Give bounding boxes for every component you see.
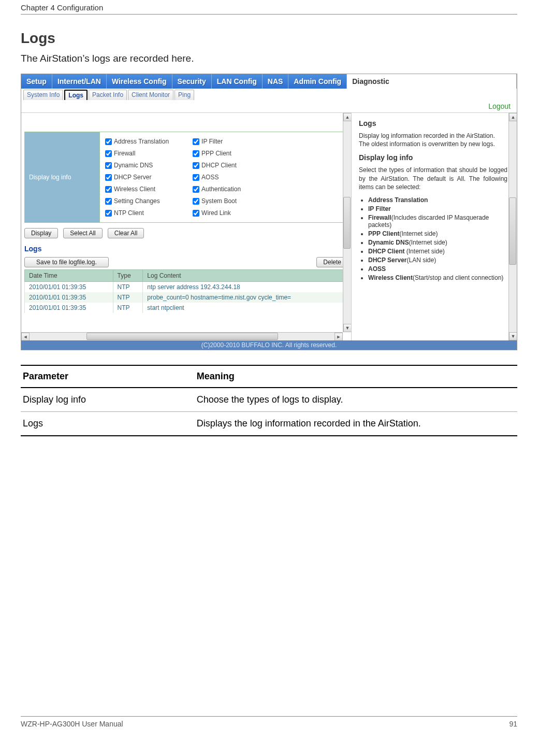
help-scrollbar-vertical[interactable]: ▲ ▼	[508, 113, 517, 340]
subtab-client-monitor[interactable]: Client Monitor	[128, 90, 173, 100]
cell-content: ntp server address 192.43.244.18	[143, 282, 348, 293]
chk-label: DHCP Server	[114, 172, 151, 182]
tab-security[interactable]: Security	[172, 74, 212, 89]
section-description: The AirStation’s logs are recorded here.	[21, 53, 517, 64]
chk-dhcp-client[interactable]: DHCP Client	[193, 160, 241, 170]
logs-action-bar: Save to file logfile.log. Delete	[24, 257, 348, 267]
param-row: Display log info Choose the types of log…	[21, 388, 517, 412]
chk-label: PPP Client	[201, 148, 231, 159]
footer-manual-name: WZR-HP-AG300H User Manual	[21, 720, 123, 728]
table-row: 2010/01/01 01:39:35 NTP probe_count=0 ho…	[25, 292, 348, 303]
cell-datetime: 2010/01/01 01:39:35	[25, 292, 113, 303]
clear-all-button[interactable]: Clear All	[108, 228, 144, 238]
subtab-logs[interactable]: Logs	[64, 90, 88, 100]
chk-label: Wireless Client	[114, 184, 155, 194]
cell-datetime: 2010/01/01 01:39:35	[25, 282, 113, 293]
display-log-info-label: Display log info	[25, 132, 100, 222]
sub-tab-bar: System Info Logs Packet Info Client Moni…	[21, 89, 517, 100]
tab-setup[interactable]: Setup	[21, 74, 52, 89]
scroll-thumb-h[interactable]	[86, 333, 278, 340]
tab-diagnostic[interactable]: Diagnostic	[347, 74, 517, 89]
checkbox-icon[interactable]	[193, 162, 199, 169]
save-logfile-button[interactable]: Save to file logfile.log.	[24, 257, 109, 267]
param-header-parameter: Parameter	[21, 365, 195, 388]
checkbox-icon[interactable]	[105, 150, 112, 157]
checkbox-icon[interactable]	[193, 186, 199, 193]
list-item: DHCP Server(LAN side)	[368, 256, 507, 264]
chk-label: Setting Changes	[114, 196, 160, 206]
scroll-up-icon[interactable]: ▲	[343, 113, 351, 121]
checkbox-icon[interactable]	[193, 198, 199, 205]
help-item-list: Address Translation IP Filter Firewall(I…	[368, 196, 507, 281]
help-title: Logs	[359, 119, 507, 127]
subtab-packet-info[interactable]: Packet Info	[89, 90, 127, 100]
help-subtitle: Display log info	[359, 153, 507, 162]
scroll-down-icon[interactable]: ▼	[509, 332, 517, 340]
checkbox-columns: Address Translation Firewall Dynamic DNS…	[100, 132, 246, 222]
chk-ip-filter[interactable]: IP Filter	[193, 136, 241, 147]
select-all-button[interactable]: Select All	[63, 228, 102, 238]
display-button[interactable]: Display	[24, 228, 58, 238]
scroll-down-icon[interactable]: ▼	[343, 324, 351, 332]
param-header-row: Parameter Meaning	[21, 365, 517, 388]
table-row: 2010/01/01 01:39:35 NTP start ntpclient	[25, 303, 348, 313]
tab-lan-config[interactable]: LAN Config	[212, 74, 263, 89]
checkbox-icon[interactable]	[105, 138, 112, 145]
chk-ntp-client[interactable]: NTP Client	[105, 208, 169, 218]
list-item: AOSS	[368, 265, 507, 273]
cell-type: NTP	[113, 292, 143, 303]
param-header-meaning: Meaning	[195, 365, 517, 388]
checkbox-icon[interactable]	[105, 186, 112, 193]
checkbox-icon[interactable]	[105, 162, 112, 169]
footer-page-number: 91	[509, 720, 517, 728]
chk-wireless-client[interactable]: Wireless Client	[105, 184, 169, 194]
checkbox-icon[interactable]	[105, 210, 112, 217]
left-panel: Display log info Address Translation Fir…	[21, 113, 351, 340]
button-row: Display Select All Clear All	[24, 228, 348, 238]
checkbox-icon[interactable]	[193, 138, 199, 145]
chk-label: NTP Client	[114, 208, 144, 218]
checkbox-icon[interactable]	[105, 174, 112, 181]
th-content: Log Content	[143, 270, 348, 282]
subtab-ping[interactable]: Ping	[175, 90, 194, 100]
checkbox-icon[interactable]	[193, 150, 199, 157]
checkbox-col-2: IP Filter PPP Client DHCP Client AOSS Au…	[187, 132, 246, 222]
tab-wireless-config[interactable]: Wireless Config	[107, 74, 172, 89]
cell-content: start ntpclient	[143, 303, 348, 313]
left-scrollbar-horizontal[interactable]: ◄ ►	[21, 332, 343, 340]
chk-authentication[interactable]: Authentication	[193, 184, 241, 194]
tab-admin-config[interactable]: Admin Config	[288, 74, 347, 89]
list-item: Firewall(Includes discarded IP Masquerad…	[368, 214, 507, 229]
left-scrollbar-vertical[interactable]: ▲ ▼	[343, 113, 351, 332]
subtab-system-info[interactable]: System Info	[23, 90, 63, 100]
chk-setting-changes[interactable]: Setting Changes	[105, 196, 169, 206]
chk-label: Address Translation	[114, 136, 169, 147]
scroll-thumb[interactable]	[509, 197, 516, 265]
param-name: Display log info	[21, 388, 195, 412]
cell-type: NTP	[113, 303, 143, 313]
scroll-right-icon[interactable]: ►	[335, 333, 343, 340]
th-datetime: Date Time	[25, 270, 113, 282]
chk-firewall[interactable]: Firewall	[105, 148, 169, 159]
logout-link[interactable]: Logout	[21, 100, 517, 112]
chk-dynamic-dns[interactable]: Dynamic DNS	[105, 160, 169, 170]
scroll-up-icon[interactable]: ▲	[509, 113, 517, 121]
chk-label: Dynamic DNS	[114, 160, 153, 170]
checkbox-icon[interactable]	[105, 198, 112, 205]
logs-table: Date Time Type Log Content 2010/01/01 01…	[24, 269, 348, 313]
chk-wired-link[interactable]: Wired Link	[193, 208, 241, 218]
checkbox-icon[interactable]	[193, 210, 199, 217]
screen-body: Display log info Address Translation Fir…	[21, 112, 517, 340]
scroll-left-icon[interactable]: ◄	[21, 333, 30, 340]
cell-type: NTP	[113, 282, 143, 293]
chk-ppp-client[interactable]: PPP Client	[193, 148, 241, 159]
chk-address-translation[interactable]: Address Translation	[105, 136, 169, 147]
chk-dhcp-server[interactable]: DHCP Server	[105, 172, 169, 182]
chk-aoss[interactable]: AOSS	[193, 172, 241, 182]
tab-internet-lan[interactable]: Internet/LAN	[52, 74, 107, 89]
chk-system-boot[interactable]: System Boot	[193, 196, 241, 206]
scroll-thumb[interactable]	[343, 197, 351, 249]
tab-nas[interactable]: NAS	[263, 74, 289, 89]
checkbox-icon[interactable]	[193, 174, 199, 181]
page-footer: WZR-HP-AG300H User Manual 91	[21, 716, 517, 728]
